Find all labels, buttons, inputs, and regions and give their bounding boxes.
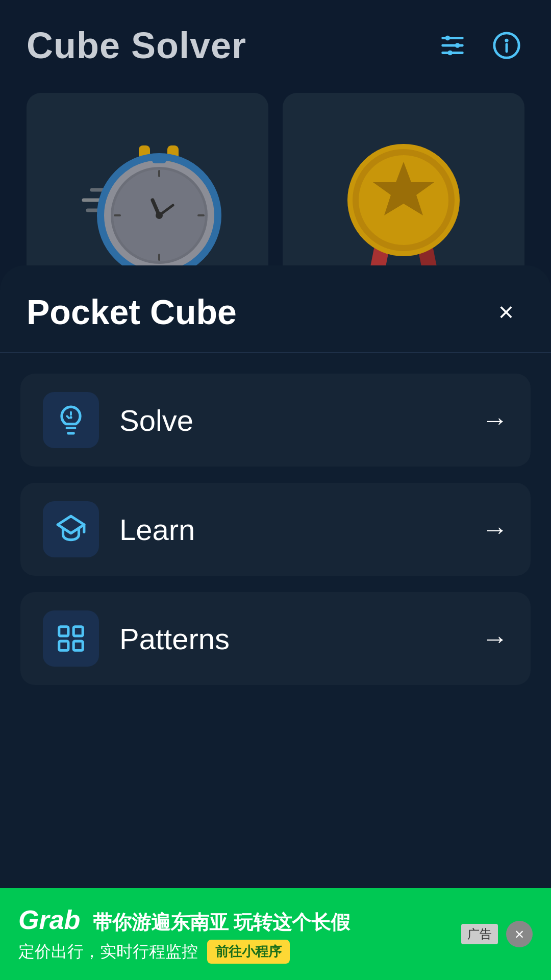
grid-icon bbox=[55, 623, 87, 654]
svg-point-22 bbox=[156, 212, 163, 219]
info-icon-button[interactable] bbox=[489, 28, 524, 63]
solve-arrow: → bbox=[482, 405, 508, 435]
ad-label: 广告 bbox=[461, 924, 498, 944]
stopwatch-icon bbox=[73, 121, 221, 279]
learn-menu-item[interactable]: Learn → bbox=[20, 483, 531, 576]
header-icons bbox=[435, 28, 524, 63]
svg-point-3 bbox=[455, 43, 460, 48]
divider bbox=[0, 352, 551, 353]
learn-arrow: → bbox=[482, 514, 508, 545]
learn-icon-wrap bbox=[43, 501, 99, 557]
app-title: Cube Solver bbox=[27, 24, 246, 66]
svg-rect-38 bbox=[59, 641, 68, 650]
patterns-menu-item[interactable]: Patterns → bbox=[20, 592, 531, 685]
solve-icon-wrap bbox=[43, 392, 99, 448]
panel-header: Pocket Cube × bbox=[0, 265, 551, 352]
info-icon bbox=[492, 31, 521, 60]
patterns-label: Patterns bbox=[119, 622, 461, 656]
ad-content: Grab 带你游遍东南亚 玩转这个长假 定价出行，实时行程监控 前往小程序 bbox=[18, 904, 350, 964]
settings-icon-button[interactable] bbox=[435, 28, 470, 63]
ad-close-button[interactable]: × bbox=[506, 921, 533, 947]
settings-icon bbox=[438, 31, 467, 60]
menu-items: Solve → Learn → bbox=[0, 374, 551, 685]
bottom-panel: Pocket Cube × Solve → bbox=[0, 265, 551, 888]
ad-badge: 前往小程序 bbox=[207, 940, 290, 964]
ad-sub-text: 定价出行，实时行程监控 前往小程序 bbox=[18, 940, 350, 964]
ad-brand: Grab bbox=[18, 905, 80, 935]
svg-point-33 bbox=[69, 416, 72, 419]
lightbulb-icon bbox=[55, 404, 87, 436]
close-button[interactable]: × bbox=[488, 293, 524, 330]
solve-label: Solve bbox=[119, 403, 461, 437]
learn-label: Learn bbox=[119, 512, 461, 547]
graduation-icon bbox=[55, 513, 87, 545]
ad-headline: 带你游遍东南亚 玩转这个长假 bbox=[93, 912, 350, 933]
patterns-arrow: → bbox=[482, 623, 508, 654]
patterns-icon-wrap bbox=[43, 610, 99, 667]
svg-point-5 bbox=[447, 51, 453, 56]
ad-banner[interactable]: Grab 带你游遍东南亚 玩转这个长假 定价出行，实时行程监控 前往小程序 广告… bbox=[0, 888, 551, 980]
medal-icon bbox=[337, 121, 470, 279]
panel-title: Pocket Cube bbox=[27, 292, 237, 332]
svg-rect-37 bbox=[73, 627, 83, 636]
ad-main-text: Grab 带你游遍东南亚 玩转这个长假 bbox=[18, 904, 350, 936]
header: Cube Solver bbox=[0, 0, 551, 83]
svg-point-1 bbox=[445, 36, 450, 41]
ad-controls: 广告 × bbox=[461, 921, 533, 947]
svg-rect-39 bbox=[73, 641, 83, 650]
ad-sub-copy: 定价出行，实时行程监控 bbox=[18, 941, 198, 963]
svg-rect-36 bbox=[59, 627, 68, 636]
solve-menu-item[interactable]: Solve → bbox=[20, 374, 531, 467]
